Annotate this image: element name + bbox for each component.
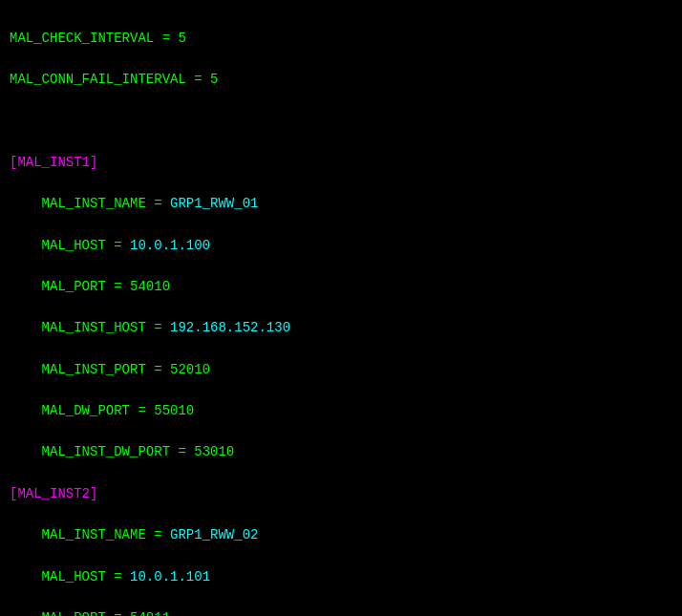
inst1-inst-port: MAL_INST_PORT = 52010 bbox=[10, 362, 210, 377]
inst1-inst-dw-port: MAL_INST_DW_PORT = 53010 bbox=[10, 444, 234, 459]
inst1-name: MAL_INST_NAME = GRP1_RWW_01 bbox=[10, 196, 258, 211]
config-content: MAL_CHECK_INTERVAL = 5 MAL_CONN_FAIL_INT… bbox=[10, 8, 672, 616]
inst2-name: MAL_INST_NAME = GRP1_RWW_02 bbox=[10, 527, 258, 542]
inst1-host: MAL_HOST = 10.0.1.100 bbox=[10, 238, 210, 253]
section-inst2: [MAL_INST2] bbox=[10, 486, 97, 501]
inst2-port: MAL_PORT = 54011 bbox=[10, 610, 170, 616]
line-2: MAL_CONN_FAIL_INTERVAL = 5 bbox=[10, 72, 218, 87]
line-1: MAL_CHECK_INTERVAL = 5 bbox=[10, 31, 186, 46]
inst1-inst-host: MAL_INST_HOST = 192.168.152.130 bbox=[10, 320, 290, 335]
inst1-dw-port: MAL_DW_PORT = 55010 bbox=[10, 403, 194, 418]
inst1-port: MAL_PORT = 54010 bbox=[10, 279, 170, 294]
inst2-host: MAL_HOST = 10.0.1.101 bbox=[10, 569, 210, 584]
section-inst1: [MAL_INST1] bbox=[10, 155, 97, 170]
